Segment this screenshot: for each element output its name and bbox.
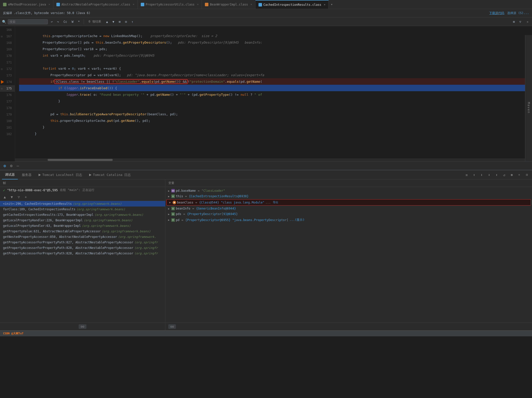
oo-btn[interactable]: oo — [79, 324, 86, 329]
var-expand-beanclass[interactable]: ▶ — [169, 201, 172, 204]
bottom-tab-bar: 调试器 服务器 Tomcat Localhost 日志 Tomcat Catal… — [0, 170, 532, 179]
fold-icon-172[interactable]: ⊟ — [1, 68, 3, 70]
var-expand-pd-basename[interactable]: ▶ — [167, 189, 170, 192]
search-toggle-btn[interactable]: ⊟ — [124, 20, 128, 24]
regex-btn[interactable]: * — [76, 20, 81, 24]
tab-tomcat-localhost[interactable]: Tomcat Localhost 日志 — [36, 170, 85, 179]
select-source-btn[interactable]: 选择源 (S)... — [507, 11, 529, 15]
whole-word-btn[interactable]: W — [70, 20, 75, 24]
next-result-btn[interactable]: ▼ — [111, 20, 116, 24]
code-line-180: this.propertyDescriptorCache.put(pd.getN… — [19, 117, 525, 124]
thread-item[interactable]: ✓ "http-nio-8088-exec-6"@5,595 在组 "main"… — [0, 187, 165, 193]
search-icon[interactable]: 🔍 — [2, 20, 6, 24]
var-expand-pd[interactable]: ▶ — [167, 219, 170, 222]
add-watch-btn[interactable]: ⊕ — [2, 163, 8, 168]
tab-icon-class2 — [141, 3, 144, 6]
frame-down-btn[interactable]: ▼ — [9, 194, 15, 200]
var-item-pd-basename[interactable]: ▶ oo pd.baseName = "ClassLoader" — [165, 188, 532, 193]
fold-icon-175[interactable]: ⊟ — [1, 87, 3, 90]
tab-close-btn[interactable]: × — [133, 3, 135, 6]
tab-debugger[interactable]: 调试器 — [2, 170, 18, 179]
search-input[interactable] — [8, 19, 48, 24]
fold-icon-167[interactable]: ⊟ — [1, 35, 3, 38]
var-item-beanclass[interactable]: ▶ ● beanClass = {Class@544} "class java.… — [166, 199, 531, 206]
right-sidebar-maven[interactable]: Maven — [525, 35, 532, 161]
tab-close-btn[interactable]: × — [197, 3, 199, 6]
settings-btn[interactable]: ⚙ — [9, 163, 14, 168]
add-frame-btn[interactable]: + — [23, 194, 29, 200]
tab-bean-wrapper-impl[interactable]: BeanWrapperImpl.class × — [202, 0, 255, 9]
line-num-171: 171 — [0, 59, 15, 66]
var-expand-beaninfo[interactable]: ▶ — [167, 207, 170, 210]
tab-server[interactable]: 服务器 — [19, 170, 35, 179]
frame-item-0[interactable]: <init>:296, CachedIntrospectionResults (… — [0, 201, 165, 207]
frame-item-8[interactable]: getPropertyAccessorForPropertyPath:828, … — [0, 245, 165, 251]
step-in-btn[interactable]: ⬇ — [486, 172, 492, 178]
frame-item-7[interactable]: getPropertyAccessorForPropertyPath:827, … — [0, 240, 165, 245]
frame-item-4[interactable]: getLocalPropertyHandler:63, BeanWrapperI… — [0, 223, 165, 229]
tab-abstract-nestable[interactable]: AbstractNestablePropertyAccessor.class × — [53, 0, 138, 9]
step-out-btn[interactable]: ⬆ — [494, 172, 499, 178]
case-sensitive-btn[interactable]: Cc — [62, 20, 68, 24]
filter-frames-btn[interactable]: ▽ — [16, 194, 22, 200]
frame-item-9[interactable]: getPropertyAccessorForPropertyPath:828, … — [0, 251, 165, 256]
layout-btn[interactable]: ⊟ — [524, 172, 530, 178]
check-icon: ✓ — [3, 188, 5, 192]
step-down-btn[interactable]: ⬇ — [479, 172, 484, 178]
tab-cached-introspection[interactable]: CachedIntrospectionResults.class × — [255, 0, 329, 9]
tab-eMethodProcessor[interactable]: eMethodProcessor.java × — [0, 0, 53, 9]
minimize-btn[interactable]: — — [15, 163, 21, 168]
var-item-pd[interactable]: ▶ ≡ pd = {PropertyDescriptor@6955} "java… — [165, 217, 532, 223]
h-scrollbar-thumb[interactable] — [48, 159, 113, 161]
frame-item-1[interactable]: forClass:189, CachedIntrospectionResults… — [0, 207, 165, 212]
var-navigate-beanclass[interactable]: 导出 — [273, 201, 278, 204]
var-expand-this[interactable]: ▶ — [167, 195, 170, 198]
align-btn[interactable]: ⊞ — [511, 20, 516, 24]
var-value-pd-show[interactable]: ...(显示) — [290, 218, 305, 222]
breakpoint-arrow-174[interactable] — [1, 80, 4, 84]
search-options-btn[interactable]: ⊞ — [117, 20, 122, 24]
tab-close-btn[interactable]: × — [324, 3, 326, 6]
frame-method-8: getPropertyAccessorForPropertyPath:828, … — [3, 246, 133, 250]
var-icon-pd-basename: oo — [171, 189, 175, 192]
frame-item-6[interactable]: getNestedPropertyAccessor:850, AbstractN… — [0, 234, 165, 240]
stream-btn[interactable]: ≡ — [464, 172, 469, 178]
frame-method-1: forClass:189, CachedIntrospectionResults — [3, 208, 75, 211]
var-oo-btn[interactable]: oo — [168, 324, 176, 329]
bottom-actions-bar: ⊕ ⚙ — — [0, 161, 532, 170]
code-line-179: pd = this.buildGenericTypeAwarePropertyD… — [19, 111, 525, 117]
var-expand-pds[interactable]: ▶ — [167, 213, 170, 216]
step-over-btn[interactable]: ⬆ — [471, 172, 477, 178]
tab-close-btn[interactable]: × — [49, 3, 50, 6]
var-item-beaninfo[interactable]: ▶ ≡ beanInfo = {GenericBeanInfo@6944} — [165, 206, 532, 211]
line-num-166: 166 — [0, 27, 15, 33]
frame-item-3[interactable]: getLocalPropertyHandler:226, BeanWrapper… — [0, 218, 165, 223]
var-name-this: this — [176, 194, 183, 198]
frame-item-5[interactable]: getPropertyValue:631, AbstractNestablePr… — [0, 229, 165, 234]
var-equals-pd: = — [181, 218, 183, 222]
redo-btn[interactable]: ↪ — [56, 20, 60, 24]
tab-tomcat-localhost-label: Tomcat Localhost 日志 — [42, 173, 82, 177]
close-search-btn[interactable]: ✕ — [525, 20, 530, 24]
var-item-this[interactable]: ▶ ≡ this = {CachedIntrospectionResults@6… — [165, 193, 532, 199]
tab-overflow-btn[interactable]: ▾ — [329, 3, 335, 6]
tab-tomcat-catalina[interactable]: Tomcat Catalina 日志 — [86, 170, 134, 179]
filter-btn[interactable]: ▽ — [518, 20, 523, 24]
tab-close-btn[interactable]: × — [250, 3, 252, 6]
eval-btn[interactable]: ↺ — [501, 172, 507, 178]
undo-btn[interactable]: ↩ — [49, 20, 54, 24]
tab-property-accessor-utils[interactable]: PropertyAccessorUtils.class × — [138, 0, 202, 9]
frame-up-btn[interactable]: ▲ — [2, 194, 8, 200]
frame-method-4: getLocalPropertyHandler:63, BeanWrapperI… — [3, 224, 81, 228]
frame-location-3: (org.springframework.beans) — [84, 219, 132, 222]
download-source-btn[interactable]: 下载源代码 — [489, 11, 504, 15]
restore-btn[interactable]: ⚬ — [516, 172, 522, 178]
frame-btn[interactable]: ▦ — [509, 172, 514, 178]
var-equals-this: = — [185, 194, 187, 198]
h-scrollbar[interactable] — [15, 158, 525, 161]
var-item-pds[interactable]: ▶ ≡ pds = {PropertyDescriptor[9]@6945} — [165, 211, 532, 217]
prev-result-btn[interactable]: ▲ — [105, 20, 109, 24]
search-pin-btn[interactable]: ↑ — [130, 20, 135, 24]
line-num-167: ⊟ 167 — [0, 33, 15, 40]
frame-item-2[interactable]: getCachedIntrospectionResults:173, BeanW… — [0, 212, 165, 218]
